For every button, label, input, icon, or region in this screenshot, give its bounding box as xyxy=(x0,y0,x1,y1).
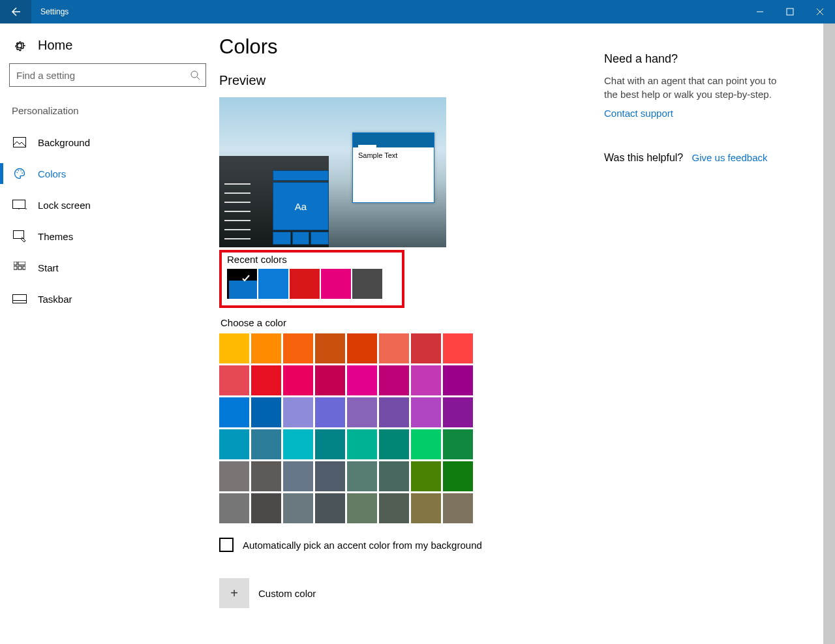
close-button[interactable] xyxy=(805,0,835,23)
sidebar-item-colors[interactable]: Colors xyxy=(0,158,215,189)
arrow-left-icon xyxy=(10,7,21,17)
palette-color-swatch[interactable] xyxy=(251,397,281,427)
palette-color-swatch[interactable] xyxy=(283,429,313,459)
back-button[interactable] xyxy=(0,0,31,23)
palette-color-swatch[interactable] xyxy=(379,365,409,395)
grid-icon xyxy=(12,262,27,273)
help-aside: Need a hand? Chat with an agent that can… xyxy=(604,31,793,631)
svg-rect-2 xyxy=(14,138,26,147)
gear-icon xyxy=(12,39,27,52)
sidebar-item-themes[interactable]: Themes xyxy=(0,221,215,252)
preview-pane: Aa Sample Text xyxy=(219,97,446,247)
palette-color-swatch[interactable] xyxy=(315,461,345,491)
palette-color-swatch[interactable] xyxy=(347,429,377,459)
taskbar-icon xyxy=(12,294,27,303)
custom-color-label: Custom color xyxy=(258,588,316,599)
need-hand-heading: Need a hand? xyxy=(604,52,780,66)
sidebar-item-start[interactable]: Start xyxy=(0,252,215,283)
custom-color-button[interactable]: + Custom color xyxy=(219,578,604,608)
palette-color-swatch[interactable] xyxy=(315,429,345,459)
palette-color-swatch[interactable] xyxy=(411,429,441,459)
palette-color-swatch[interactable] xyxy=(443,493,473,523)
preview-window: Sample Text xyxy=(352,132,434,203)
home-label: Home xyxy=(38,38,72,53)
palette-color-swatch[interactable] xyxy=(283,333,313,363)
palette-color-swatch[interactable] xyxy=(219,333,249,363)
svg-rect-14 xyxy=(13,295,27,303)
palette-color-swatch[interactable] xyxy=(411,461,441,491)
recent-color-swatch[interactable] xyxy=(258,269,288,299)
palette-color-swatch[interactable] xyxy=(315,333,345,363)
palette-color-swatch[interactable] xyxy=(347,365,377,395)
app-title: Settings xyxy=(31,7,68,16)
search-placeholder: Find a setting xyxy=(16,70,75,81)
recent-colors-label: Recent colors xyxy=(227,254,397,265)
contact-support-link[interactable]: Contact support xyxy=(604,108,673,119)
palette-color-swatch[interactable] xyxy=(315,397,345,427)
monitor-icon xyxy=(12,200,27,210)
palette-color-swatch[interactable] xyxy=(283,493,313,523)
sidebar-item-taskbar[interactable]: Taskbar xyxy=(0,283,215,314)
svg-rect-10 xyxy=(18,262,25,265)
recent-color-swatch[interactable] xyxy=(321,269,351,299)
palette-color-swatch[interactable] xyxy=(219,429,249,459)
close-icon xyxy=(816,8,824,16)
sidebar-item-label: Taskbar xyxy=(38,294,72,305)
palette-color-swatch[interactable] xyxy=(219,397,249,427)
palette-icon xyxy=(12,167,27,180)
palette-color-swatch[interactable] xyxy=(347,493,377,523)
palette-color-swatch[interactable] xyxy=(283,365,313,395)
brush-icon xyxy=(12,230,27,242)
svg-point-4 xyxy=(18,170,20,172)
palette-color-swatch[interactable] xyxy=(219,493,249,523)
minimize-button[interactable] xyxy=(745,0,775,23)
palette-color-swatch[interactable] xyxy=(379,397,409,427)
recent-color-swatch[interactable] xyxy=(290,269,320,299)
home-button[interactable]: Home xyxy=(0,38,215,63)
palette-color-swatch[interactable] xyxy=(219,461,249,491)
palette-color-swatch[interactable] xyxy=(443,429,473,459)
recent-color-swatch[interactable] xyxy=(227,269,257,299)
page-title: Colors xyxy=(219,35,604,59)
palette-color-swatch[interactable] xyxy=(411,333,441,363)
svg-rect-12 xyxy=(18,266,22,269)
palette-color-swatch[interactable] xyxy=(379,333,409,363)
svg-point-3 xyxy=(16,172,18,174)
search-icon xyxy=(190,70,200,80)
palette-color-swatch[interactable] xyxy=(347,333,377,363)
palette-color-swatch[interactable] xyxy=(251,461,281,491)
palette-color-swatch[interactable] xyxy=(347,461,377,491)
palette-color-swatch[interactable] xyxy=(379,429,409,459)
palette-color-swatch[interactable] xyxy=(283,461,313,491)
palette-color-swatch[interactable] xyxy=(379,493,409,523)
feedback-link[interactable]: Give us feedback xyxy=(692,152,768,163)
palette-color-swatch[interactable] xyxy=(443,365,473,395)
palette-color-swatch[interactable] xyxy=(251,365,281,395)
palette-color-swatch[interactable] xyxy=(411,365,441,395)
need-hand-text: Chat with an agent that can point you to… xyxy=(604,74,780,101)
auto-accent-checkbox[interactable]: Automatically pick an accent color from … xyxy=(219,538,604,552)
search-input[interactable]: Find a setting xyxy=(9,63,206,87)
palette-color-swatch[interactable] xyxy=(315,365,345,395)
section-heading: Personalization xyxy=(0,105,215,123)
palette-color-swatch[interactable] xyxy=(219,365,249,395)
maximize-button[interactable] xyxy=(775,0,805,23)
palette-color-swatch[interactable] xyxy=(379,461,409,491)
palette-color-swatch[interactable] xyxy=(443,461,473,491)
palette-color-swatch[interactable] xyxy=(347,397,377,427)
palette-color-swatch[interactable] xyxy=(443,333,473,363)
palette-color-swatch[interactable] xyxy=(411,397,441,427)
palette-color-swatch[interactable] xyxy=(315,493,345,523)
recent-color-swatch[interactable] xyxy=(352,269,382,299)
sidebar-item-label: Background xyxy=(38,137,90,148)
palette-color-swatch[interactable] xyxy=(251,493,281,523)
palette-color-swatch[interactable] xyxy=(411,493,441,523)
svg-rect-15 xyxy=(13,301,27,303)
palette-color-swatch[interactable] xyxy=(443,397,473,427)
palette-color-swatch[interactable] xyxy=(251,333,281,363)
palette-color-swatch[interactable] xyxy=(283,397,313,427)
palette-color-swatch[interactable] xyxy=(251,429,281,459)
sidebar-item-lockscreen[interactable]: Lock screen xyxy=(0,189,215,221)
sidebar-item-background[interactable]: Background xyxy=(0,127,215,158)
picture-icon xyxy=(12,137,27,147)
